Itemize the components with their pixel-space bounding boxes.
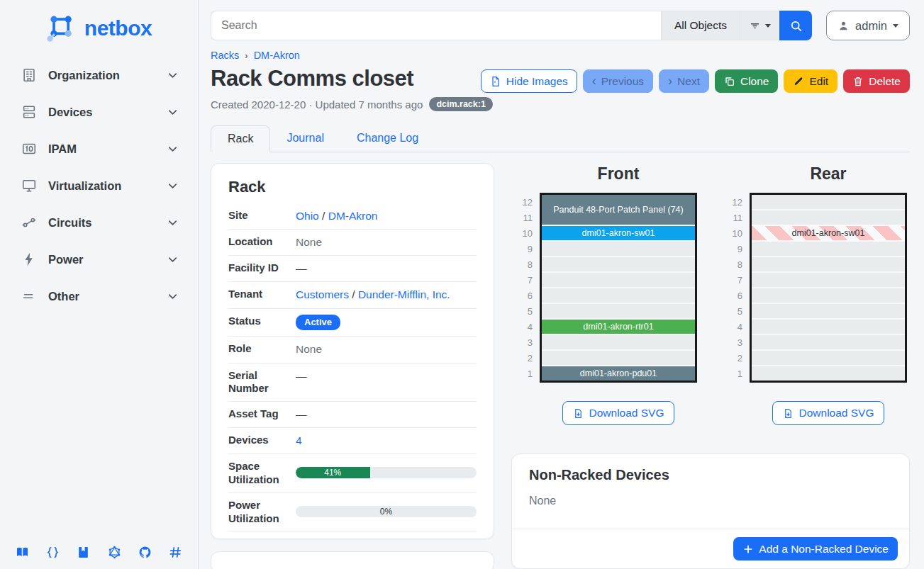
tenant-row: Tenant Customers / Dunder-Mifflin, Inc.	[228, 282, 477, 308]
site-region-link[interactable]: Ohio	[296, 210, 319, 222]
rack-unit-empty	[752, 242, 905, 256]
status-badge: Active	[296, 315, 340, 331]
space-utilization-fill: 41%	[296, 467, 370, 478]
unit-number: 3	[721, 335, 742, 351]
search-input[interactable]	[211, 11, 661, 40]
rack-unit-empty	[542, 288, 695, 303]
unit-number: 6	[721, 288, 742, 304]
unit-number: 2	[721, 351, 742, 366]
chevron-down-icon	[166, 106, 179, 119]
rack-device[interactable]: dmi01-akron-rtr01	[542, 320, 695, 334]
unit-number: 3	[511, 335, 533, 351]
github-icon[interactable]	[138, 546, 152, 559]
sidebar-footer	[0, 546, 198, 559]
chevron-down-icon	[166, 69, 179, 82]
rack-device[interactable]: Panduit 48-Port Patch Panel (74)	[542, 195, 695, 225]
plus-icon	[742, 543, 754, 555]
tenant-link[interactable]: Dunder-Mifflin, Inc.	[358, 288, 450, 300]
breadcrumb: Racks › DM-Akron	[199, 40, 924, 61]
tab-rack[interactable]: Rack	[211, 125, 270, 152]
object-id-badge: dcim.rack:1	[429, 97, 492, 111]
rack-device[interactable]: dmi01-akron-pdu01	[542, 366, 695, 381]
unit-number: 9	[511, 242, 533, 257]
rack-details-column: Rack Site Ohio / DM-Akron Location None …	[211, 163, 494, 569]
hide-images-button[interactable]: Hide Images	[481, 69, 577, 93]
sidebar-item-circuits[interactable]: Circuits	[0, 204, 198, 241]
power-utilization-bar: 0%	[296, 506, 477, 517]
rack-unit-empty	[752, 195, 905, 209]
rack-unit-empty	[752, 351, 905, 365]
rack-elevations: Front 121110987654321 Panduit 48-Port Pa…	[511, 163, 910, 425]
rack-unit-empty	[752, 288, 905, 303]
sidebar-item-virtualization[interactable]: Virtualization	[0, 167, 198, 204]
previous-button[interactable]: ‹ Previous	[583, 69, 653, 93]
breadcrumb-dm-akron[interactable]: DM-Akron	[254, 50, 300, 61]
object-type-selector[interactable]: All Objects	[661, 11, 740, 40]
copy-icon	[724, 76, 735, 87]
file-download-icon	[783, 408, 794, 419]
unit-number: 12	[511, 195, 533, 210]
unit-number: 1	[721, 366, 742, 382]
site-row: Site Ohio / DM-Akron	[228, 203, 477, 230]
chevron-down-icon	[166, 290, 179, 303]
tenant-group-link[interactable]: Customers	[296, 288, 349, 300]
chevron-down-icon	[166, 216, 179, 230]
front-download-svg-button[interactable]: Download SVG	[562, 401, 675, 425]
netbox-logo[interactable]: netbox	[0, 0, 198, 47]
rack-device[interactable]: dmi01-akron-sw01	[752, 226, 905, 240]
rack-device[interactable]: dmi01-akron-sw01	[542, 226, 695, 240]
graphql-icon[interactable]	[108, 546, 121, 559]
breadcrumb-racks[interactable]: Racks	[211, 50, 239, 61]
next-button[interactable]: › Next	[659, 69, 709, 93]
unit-number: 6	[511, 288, 533, 304]
space-utilization-row: Space Utilization 41%	[228, 454, 477, 493]
unit-number: 10	[511, 226, 533, 242]
rack-unit-empty	[752, 257, 905, 271]
rear-rack-diagram: dmi01-akron-sw01	[750, 193, 907, 383]
sidebar-item-devices[interactable]: Devices	[0, 94, 198, 130]
ip-address-icon	[21, 141, 37, 157]
user-icon	[837, 20, 850, 32]
user-menu-button[interactable]: admin	[826, 11, 910, 40]
unit-number: 2	[511, 351, 533, 366]
tab-change-log[interactable]: Change Log	[340, 125, 435, 152]
slack-icon[interactable]	[169, 546, 182, 559]
role-row: Role None	[228, 337, 477, 363]
tab-journal[interactable]: Journal	[270, 125, 340, 152]
delete-button[interactable]: Delete	[843, 69, 910, 93]
devices-count-link[interactable]: 4	[296, 434, 302, 446]
api-braces-icon[interactable]	[46, 546, 60, 559]
space-utilization-bar: 41%	[296, 467, 477, 478]
rack-unit-empty	[752, 210, 905, 225]
trash-icon	[852, 76, 864, 87]
unit-number: 4	[511, 320, 533, 335]
filter-icon	[749, 20, 761, 32]
edit-button[interactable]: Edit	[784, 69, 837, 93]
server-icon	[21, 104, 37, 120]
sidebar-item-ipam[interactable]: IPAM	[0, 130, 198, 167]
sidebar-menu: OrganizationDevicesIPAMVirtualizationCir…	[0, 57, 198, 315]
chevron-down-icon	[166, 253, 179, 266]
search-button[interactable]	[779, 11, 812, 40]
unit-number: 5	[721, 304, 742, 320]
sidebar-item-other[interactable]: Other	[0, 278, 198, 315]
unit-number: 7	[511, 273, 533, 288]
search-filter-dropdown[interactable]	[740, 11, 779, 40]
journal-book-icon[interactable]	[77, 546, 90, 559]
rack-unit-empty	[542, 242, 695, 256]
rack-unit-empty	[752, 273, 905, 287]
sidebar-item-power[interactable]: Power	[0, 241, 198, 278]
rack-unit-empty	[542, 335, 695, 349]
clone-button[interactable]: Clone	[715, 69, 779, 93]
rear-elevation-title: Rear	[750, 163, 907, 184]
asset-tag-row: Asset Tag —	[228, 402, 477, 428]
docs-book-icon[interactable]	[16, 546, 29, 559]
global-search: All Objects	[211, 11, 812, 40]
non-racked-devices-card: Non-Racked Devices None Add a Non-Racked…	[511, 453, 910, 569]
site-link[interactable]: DM-Akron	[328, 210, 378, 222]
sidebar-item-organization[interactable]: Organization	[0, 57, 198, 94]
list-lines-icon	[21, 288, 37, 304]
add-non-racked-device-button[interactable]: Add a Non-Racked Device	[733, 537, 898, 560]
pencil-icon	[793, 76, 804, 87]
rear-download-svg-button[interactable]: Download SVG	[772, 401, 885, 425]
